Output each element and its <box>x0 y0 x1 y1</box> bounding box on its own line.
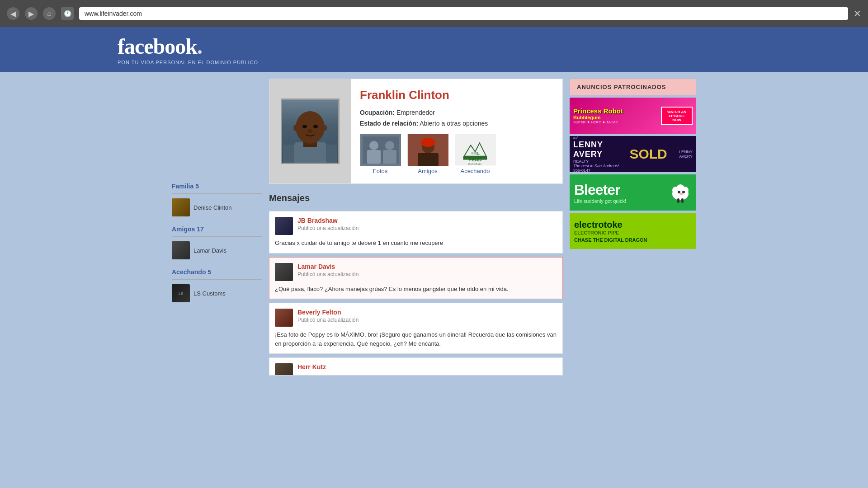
princess-title: Princess Robot <box>573 107 623 115</box>
messages-title: Mensajes <box>269 191 563 206</box>
photo-inner <box>282 100 338 163</box>
familia-divider <box>172 193 262 194</box>
message-header: Lamar Davis Publicó una actualización <box>275 263 557 281</box>
familia-count: 5 <box>195 183 199 190</box>
bleeter-sheep-icon <box>669 181 692 204</box>
lenny-tagline-top: lof <box>573 136 629 140</box>
photos-thumb[interactable]: Fotos <box>360 134 401 174</box>
photos-thumbnail-img <box>360 134 401 165</box>
profile-info: Franklin Clinton Ocupación: Emprendedor … <box>351 79 562 183</box>
svg-rect-14 <box>383 150 396 164</box>
forward-button[interactable]: ▶ <box>25 7 38 20</box>
message-item: Herr Kutz <box>269 357 563 375</box>
electro-name: ELECTRONIC PIPE <box>574 230 619 235</box>
amigos-count: 17 <box>197 225 204 233</box>
home-button[interactable]: ⌂ <box>43 7 56 20</box>
bleeter-sub: Life suddenly got quick! <box>574 198 626 204</box>
princess-cta[interactable]: WATCH AN EPISODE NOW <box>661 107 693 125</box>
lenny-name: LENNY AVERY <box>573 140 629 159</box>
history-button[interactable]: 🕐 <box>61 7 74 20</box>
message-header: Beverly Felton Publicó una actualización <box>275 309 557 327</box>
bev-avatar <box>275 309 293 327</box>
bev-action: Publicó una actualización <box>297 317 359 323</box>
acechando-section: Acechando 5 LS LS Customs <box>172 268 262 302</box>
address-bar[interactable]: www.lifeinvader.com <box>79 7 848 20</box>
jb-action: Publicó una actualización <box>297 225 359 231</box>
acechando-link[interactable]: Acechando 5 <box>172 268 211 276</box>
svg-text:THE: THE <box>471 150 480 155</box>
lamar-name: Lamar Davis <box>193 247 226 254</box>
electrotoke-ad[interactable]: electrotoke ELECTRONIC PIPE CHASE THE DI… <box>570 213 696 249</box>
profile-photo-area <box>269 79 351 183</box>
familia-link[interactable]: Familia 5 <box>172 183 199 190</box>
lenny-agent: LENNY AVERY <box>667 150 693 159</box>
ls-customs-avatar: LS <box>172 284 190 302</box>
lenny-phone: 555-0147 <box>573 168 629 172</box>
jb-name[interactable]: JB Bradshaw <box>297 217 359 224</box>
svg-point-6 <box>308 129 312 133</box>
electro-brand: electrotoke <box>574 220 623 230</box>
princess-robot-ad[interactable]: Princess Robot Bubblegum SUPER ★ HERO ★ … <box>570 98 696 134</box>
bleeter-title: Bleeter <box>574 182 626 198</box>
close-button[interactable]: ✕ <box>854 8 861 19</box>
back-button[interactable]: ◀ <box>7 7 19 20</box>
message-item: Lamar Davis Publicó una actualización ¿Q… <box>269 257 563 300</box>
photos-label: Fotos <box>360 168 401 174</box>
amigos-divider <box>172 236 262 237</box>
lamar-meta: Lamar Davis Publicó una actualización <box>297 263 359 281</box>
lenny-content: lof LENNY AVERY REALTY The best in San A… <box>573 136 629 172</box>
amigos-title: Amigos 17 <box>172 225 262 233</box>
photos-svg <box>360 134 401 166</box>
svg-rect-12 <box>367 150 381 164</box>
message-header: Herr Kutz <box>275 363 557 375</box>
amigos-member-item: Lamar Davis <box>172 241 262 259</box>
amigos-link[interactable]: Amigos 17 <box>172 225 204 233</box>
header-tagline: PON TU VIDA PERSONAL EN EL DOMINIO PÚBLI… <box>118 60 859 65</box>
friends-thumb[interactable]: Amigos <box>407 134 448 174</box>
facebook-header: facebook. PON TU VIDA PERSONAL EN EL DOM… <box>0 27 868 72</box>
profile-name: Franklin Clinton <box>360 88 553 102</box>
relationship-detail: Estado de relación: Abierto a otras opci… <box>360 120 553 127</box>
svg-point-32 <box>678 191 680 193</box>
herr-name[interactable]: Herr Kutz <box>297 363 326 371</box>
princess-ad-content: Princess Robot Bubblegum SUPER ★ HERO ★ … <box>573 107 623 124</box>
bleeter-ad[interactable]: Bleeter Life suddenly got quick! <box>570 174 696 211</box>
stalking-thumb[interactable]: THE FEUD BASEBALL Acechando <box>455 134 495 174</box>
friends-label: Amigos <box>407 168 448 174</box>
svg-rect-17 <box>418 153 439 166</box>
acechando-divider <box>172 279 262 280</box>
electro-cta: CHASE THE DIGITAL DRAGON <box>574 237 647 243</box>
bev-text: ¡Esa foto de Poppy es lo MÁXIMO, bro! ¡S… <box>275 330 557 348</box>
svg-text:FEUD: FEUD <box>468 157 482 162</box>
main-container: Familia 5 Denise Clinton Amigos 17 <box>163 72 705 386</box>
denise-avatar <box>172 198 190 216</box>
profile-thumbnails: Fotos <box>360 134 553 174</box>
profile-photo <box>281 99 340 164</box>
lenny-sub: The best in San Andreas! <box>573 164 629 168</box>
bleeter-content: Bleeter Life suddenly got quick! <box>574 182 626 204</box>
facebook-logo: facebook. <box>118 34 859 59</box>
lamar-msg-name[interactable]: Lamar Davis <box>297 263 359 270</box>
acechando-member-item: LS LS Customs <box>172 284 262 302</box>
svg-point-13 <box>385 141 394 150</box>
herr-meta: Herr Kutz <box>297 363 326 375</box>
svg-point-33 <box>682 191 685 193</box>
svg-point-34 <box>679 193 683 195</box>
franklin-portrait <box>283 99 337 163</box>
lenny-avery-ad[interactable]: lof LENNY AVERY REALTY The best in San A… <box>570 136 696 172</box>
jb-meta: JB Bradshaw Publicó una actualización <box>297 217 359 235</box>
browser-toolbar: ◀ ▶ ⌂ 🕐 www.lifeinvader.com ✕ <box>0 0 868 27</box>
jb-text: Gracias x cuidar de tu amigo te deberé 1… <box>275 239 557 248</box>
svg-point-3 <box>296 111 325 144</box>
left-sidebar: Familia 5 Denise Clinton Amigos 17 <box>172 79 262 379</box>
bev-name[interactable]: Beverly Felton <box>297 309 359 316</box>
message-item: Beverly Felton Publicó una actualización… <box>269 303 563 354</box>
friends-thumbnail-img <box>407 134 448 165</box>
svg-rect-19 <box>421 141 435 145</box>
logo-text: facebook <box>118 34 197 58</box>
jb-avatar <box>275 217 293 235</box>
svg-point-5 <box>313 125 318 128</box>
occupation-detail: Ocupación: Emprendedor <box>360 109 553 116</box>
familia-section: Familia 5 Denise Clinton <box>172 183 262 216</box>
acechando-title: Acechando 5 <box>172 268 262 276</box>
